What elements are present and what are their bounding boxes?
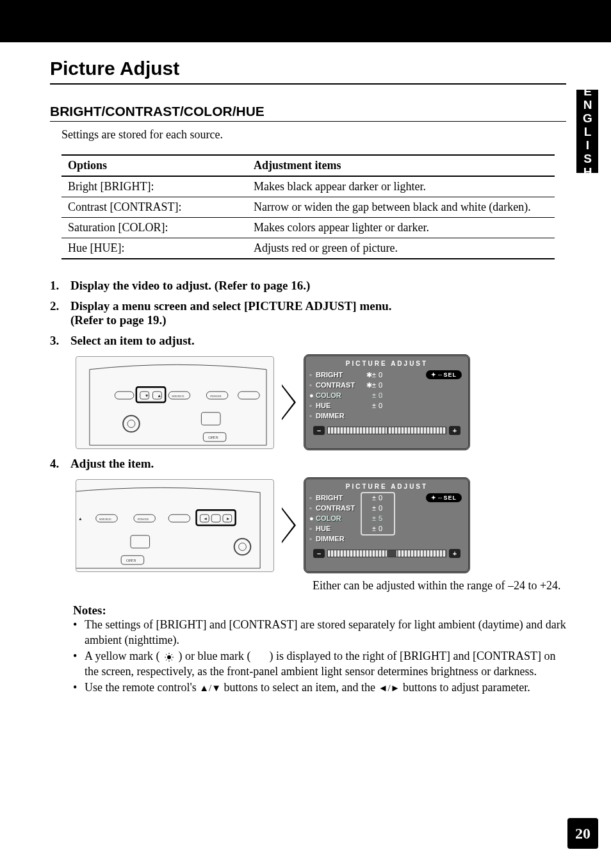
step-2-text-a: Display a menu screen and select [PICTUR… [70,299,392,313]
moon-icon [254,652,266,662]
svg-point-33 [167,655,171,659]
minus-button: – [313,549,325,558]
svg-rect-0 [115,391,134,399]
svg-text:OPEN: OPEN [208,436,218,439]
svg-point-28 [234,538,251,555]
note-2: • A yellow mark ( ) or blue mark ( ) is … [73,649,566,679]
step-2-text-b: (Refer to page 19.) [70,313,167,327]
language-tab: ENGLISH [576,90,598,173]
svg-text:POWER: POWER [138,518,149,521]
step-4-text: Adjust the item. [70,457,154,471]
svg-text:SOURCE: SOURCE [99,518,111,521]
th-adjust: Adjustment items [247,155,555,176]
svg-rect-5 [238,391,260,399]
plus-button: + [449,549,460,558]
svg-point-29 [239,543,247,550]
svg-rect-18 [168,514,190,522]
device-panel-1: ▼ ▲ SOURCE POWER OPEN [76,356,274,449]
arrow-icon [282,384,296,420]
slider-track [327,550,446,557]
svg-text:▲: ▲ [157,393,161,398]
svg-text:▼: ▼ [145,393,149,398]
plus-button: + [449,426,460,435]
svg-line-41 [171,654,172,655]
step-3-text: Select an item to adjust. [70,334,195,348]
value-highlight-box [361,492,395,536]
step-1: 1. Display the video to adjust. (Refer t… [50,279,566,293]
osd-title: PICTURE ADJUST [309,360,464,367]
intro-text: Settings are stored for each source. [61,128,566,142]
top-black-bar [0,0,611,42]
up-down-icon: ▲/▼ [199,683,221,693]
minus-button: – [313,426,325,435]
svg-text:▲: ▲ [78,516,83,521]
table-row: Contrast [CONTRAST]: Narrow or widen the… [61,197,555,218]
table-row: Hue [HUE]: Adjusts red or green of pictu… [61,238,555,259]
svg-point-12 [127,420,135,427]
figure-caption: Either can be adjusted within the range … [313,578,566,593]
step-4: 4. Adjust the item. [50,457,566,471]
svg-text:OPEN: OPEN [126,559,136,562]
svg-text:POWER: POWER [210,395,222,398]
device-panel-2: ▲ SOURCE POWER ◄ ► OPEN [76,479,274,572]
svg-line-39 [171,660,172,661]
note-1: • The settings of [BRIGHT] and [CONTRAST… [73,618,566,648]
sel-pill: ✦↔SEL [426,493,462,502]
notes-heading: Notes: [73,603,566,618]
svg-point-11 [123,415,140,432]
note-3: • Use the remote control's ▲/▼ buttons t… [73,680,566,695]
osd-screen-2: PICTURE ADJUST ✦↔SEL ◦BRIGHT±0 ◦CONTRAST… [304,477,470,573]
svg-text:SOURCE: SOURCE [172,395,184,398]
step-1-text: Display the video to adjust. (Refer to p… [70,279,310,293]
svg-rect-10 [201,412,220,425]
slider-track [327,427,446,434]
step-3: 3. Select an item to adjust. [50,334,566,348]
svg-rect-20 [211,514,220,522]
svg-line-38 [166,654,167,655]
svg-rect-27 [131,535,150,548]
sel-pill: ✦↔SEL [426,370,462,379]
table-row: Bright [BRIGHT]: Makes black appear dark… [61,176,555,197]
osd-title: PICTURE ADJUST [309,483,464,490]
table-row: Saturation [COLOR]: Makes colors appear … [61,218,555,238]
step-2: 2. Display a menu screen and select [PIC… [50,299,566,327]
th-options: Options [61,155,247,176]
options-table: Options Adjustment items Bright [BRIGHT]… [61,154,555,259]
svg-line-40 [166,660,167,661]
page-number: 20 [567,818,598,849]
arrow-icon [282,507,296,543]
svg-text:►: ► [226,516,231,521]
sub-title: BRIGHT/CONTRAST/COLOR/HUE [50,104,566,122]
svg-text:◄: ◄ [203,516,208,521]
sun-icon [163,652,175,662]
main-title: Picture Adjust [50,58,566,85]
left-right-icon: ◄/► [379,683,400,693]
osd-screen-1: PICTURE ADJUST ✦↔SEL ◦BRIGHT✱±0 ◦CONTRAS… [304,354,470,450]
